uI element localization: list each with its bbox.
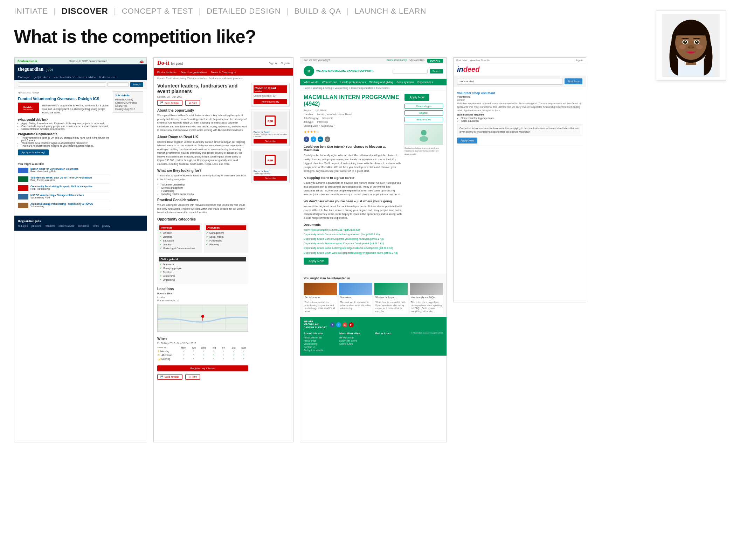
nav-find-job[interactable]: Find a job bbox=[18, 76, 30, 79]
macmillan-nav-5[interactable]: Body systems bbox=[396, 80, 414, 84]
guardian-footer-link-5[interactable]: contact us bbox=[78, 225, 89, 227]
macmillan-card-1[interactable]: Get to know us... Find out more about ou… bbox=[304, 283, 337, 314]
thu-evening[interactable]: ✔ bbox=[209, 357, 219, 360]
email-icon[interactable]: @ bbox=[325, 136, 330, 142]
mon-evening[interactable]: ✔ bbox=[179, 357, 188, 360]
thu-afternoon[interactable]: ✔ bbox=[209, 354, 219, 357]
listing-link-4[interactable]: NSPCC Volunteering - Change children's l… bbox=[30, 194, 84, 196]
wed-evening[interactable]: ✔ bbox=[199, 357, 208, 360]
guardian-apply-button[interactable]: Apply online today! bbox=[18, 149, 49, 155]
doit-save-button[interactable]: 💾 Save for later bbox=[157, 100, 182, 106]
guardian-location-input[interactable] bbox=[108, 82, 129, 87]
nav-discover[interactable]: DISCOVER bbox=[62, 6, 108, 16]
facebook-icon[interactable]: f bbox=[304, 136, 309, 142]
macmillan-donate-button[interactable]: DONATE bbox=[427, 59, 443, 63]
twitter-icon[interactable]: t bbox=[311, 136, 316, 142]
nav-course[interactable]: find a course bbox=[99, 76, 116, 79]
macmillan-nav-3[interactable]: Health professionals bbox=[340, 80, 366, 84]
wed-afternoon[interactable]: ✔ bbox=[199, 354, 208, 357]
macmillan-doc-4[interactable]: Opportunity details Fundraising and Corp… bbox=[304, 241, 402, 245]
macmillan-card-4[interactable]: How to apply and FAQs... This is the pla… bbox=[410, 283, 443, 314]
footer-about-link-2[interactable]: Press office bbox=[304, 340, 336, 342]
macmillan-community-link[interactable]: Online Community bbox=[387, 59, 407, 63]
macmillan-doc-2[interactable]: Opportunity details Corporate volunteeri… bbox=[304, 232, 402, 236]
mon-morning[interactable]: ✔ bbox=[179, 350, 188, 353]
nav-initiate[interactable]: INITIATE bbox=[14, 7, 48, 16]
macmillan-doc-1[interactable]: Intern Role Description Autumn 2017 (pdf… bbox=[304, 228, 402, 232]
doit-card-link-2[interactable]: Room to Read bbox=[254, 170, 287, 173]
macmillan-register-link[interactable]: Register bbox=[404, 110, 443, 115]
indeed-find-button[interactable]: Find Jobs bbox=[565, 78, 582, 84]
nav-build-qa[interactable]: BUILD & QA bbox=[294, 7, 341, 16]
wed-morning[interactable]: ✔ bbox=[199, 350, 208, 353]
doit-sidebar-new-btn[interactable]: New opportunity bbox=[254, 99, 287, 104]
fri-morning[interactable]: ✔ bbox=[219, 350, 228, 353]
fri-afternoon[interactable]: ✔ bbox=[219, 354, 228, 357]
footer-about-link-4[interactable]: Contact us bbox=[304, 346, 336, 348]
doit-save-bottom-button[interactable]: 💾 Save for later bbox=[157, 374, 182, 380]
doit-nav-orgs[interactable]: Search organisations bbox=[181, 71, 207, 74]
mon-afternoon[interactable]: ✔ bbox=[179, 354, 188, 357]
listing-link-5[interactable]: Animal Rescuing Volunteering - Community… bbox=[30, 203, 93, 205]
macmillan-doc-3[interactable]: Opportunity details Cancer Corporate vol… bbox=[304, 237, 402, 241]
indeed-company-link[interactable]: Volunteer Time Ltd bbox=[470, 59, 490, 62]
footer-gp-icon[interactable]: g+ bbox=[343, 322, 347, 327]
sun-evening[interactable]: ✔ bbox=[239, 357, 248, 360]
guardian-search-input[interactable] bbox=[18, 82, 106, 87]
macmillan-nav-1[interactable]: What we do bbox=[304, 80, 318, 84]
footer-yt-icon[interactable]: ▶ bbox=[349, 322, 354, 327]
tue-morning[interactable]: ✔ bbox=[189, 350, 199, 353]
linkedin-icon[interactable]: in bbox=[318, 136, 323, 142]
macmillan-doc-6[interactable]: Opportunity details South West Geographi… bbox=[304, 251, 402, 255]
macmillan-apply-sidebar-button[interactable]: Apply Now bbox=[404, 94, 429, 101]
guardian-footer-link-3[interactable]: recruiters bbox=[45, 225, 55, 227]
thu-morning[interactable]: ✔ bbox=[209, 350, 219, 353]
footer-site-link-2[interactable]: Macmillan Store bbox=[339, 340, 372, 342]
macmillan-card-2[interactable]: Our values... The work we do and want to… bbox=[339, 283, 372, 314]
tue-afternoon[interactable]: ✔ bbox=[189, 354, 199, 357]
sat-evening[interactable]: ✔ bbox=[229, 357, 238, 360]
footer-tw-icon[interactable]: t bbox=[336, 322, 341, 327]
indeed-post-jobs[interactable]: Post Jobs bbox=[456, 59, 467, 62]
sun-morning[interactable]: ✔ bbox=[239, 350, 248, 353]
macmillan-stars[interactable]: ★★★★☆ bbox=[304, 130, 402, 134]
macmillan-card-3[interactable]: What we do for you... We're here to resp… bbox=[374, 283, 408, 314]
sat-afternoon[interactable]: ✔ bbox=[229, 354, 238, 357]
doit-register-button[interactable]: Register my interest bbox=[157, 365, 248, 371]
macmillan-search-input[interactable] bbox=[393, 69, 428, 74]
nav-recruiters[interactable]: search recruiters bbox=[53, 76, 74, 79]
doit-subscribe-2[interactable]: Subscribe bbox=[254, 176, 287, 181]
listing-link-3[interactable]: Community Fundraising Support - NHS in H… bbox=[30, 185, 92, 188]
indeed-apply-button[interactable]: Apply Now bbox=[457, 138, 477, 144]
footer-about-link-1[interactable]: About Macmillan bbox=[304, 336, 336, 339]
guardian-footer-link-6[interactable]: terms bbox=[92, 225, 99, 227]
doit-signin[interactable]: Sign in bbox=[281, 62, 290, 65]
nav-alerts[interactable]: get job alerts bbox=[34, 76, 50, 79]
footer-about-link-3[interactable]: Volunteering bbox=[304, 343, 336, 345]
guardian-footer-link-2[interactable]: job alerts bbox=[31, 225, 41, 227]
macmillan-nav-4[interactable]: Working and giving bbox=[369, 80, 393, 84]
guardian-search-button[interactable]: Search bbox=[130, 82, 143, 87]
macmillan-nav-6[interactable]: Experiences bbox=[417, 80, 433, 84]
nav-concept-test[interactable]: CONCEPT & TEST bbox=[122, 7, 193, 16]
footer-site-link-1[interactable]: Be Macmillan bbox=[339, 336, 372, 339]
macmillan-doc-5[interactable]: Opportunity details Social Learning and … bbox=[304, 246, 402, 250]
macmillan-search-button[interactable]: Search bbox=[430, 69, 443, 74]
doit-subscribe-1[interactable]: Subscribe bbox=[254, 139, 287, 144]
doit-print-button[interactable]: 🖨 Print bbox=[185, 100, 200, 106]
macmillan-my-link[interactable]: My Macmillan bbox=[409, 59, 424, 63]
listing-link-1[interactable]: British Trust for Conservation Volunteer… bbox=[30, 168, 78, 170]
guardian-footer-link-1[interactable]: find a job bbox=[18, 225, 28, 227]
macmillan-nav-2[interactable]: Who we are bbox=[322, 80, 337, 84]
doit-nav-find[interactable]: Find volunteers bbox=[157, 71, 177, 74]
indeed-search-input[interactable]: mudslanded bbox=[457, 78, 562, 85]
macmillan-careers-login[interactable]: Careers log in bbox=[404, 104, 443, 109]
doit-card-link-1[interactable]: Room to Read bbox=[254, 131, 287, 133]
nav-advice[interactable]: careers advice bbox=[78, 76, 96, 79]
guardian-footer-link-7[interactable]: privacy bbox=[102, 225, 110, 227]
listing-link-2[interactable]: Volunteering Week: Sign Up To The IVDF F… bbox=[30, 176, 92, 179]
guardian-footer-link-4[interactable]: careers advice bbox=[58, 225, 75, 227]
nav-detailed-design[interactable]: DETAILED DESIGN bbox=[207, 7, 281, 16]
sun-afternoon[interactable]: ✔ bbox=[239, 354, 248, 357]
nav-launch-learn[interactable]: LAUNCH & LEARN bbox=[355, 7, 427, 16]
